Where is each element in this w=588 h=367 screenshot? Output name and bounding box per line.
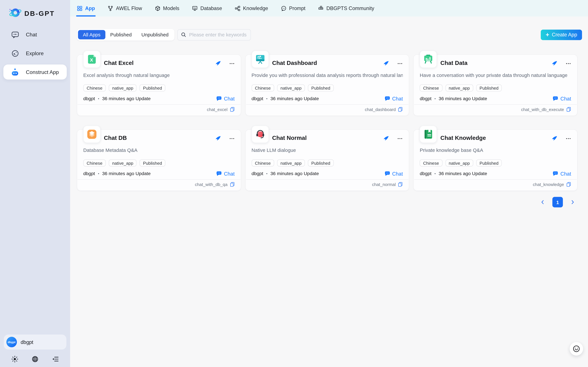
excel-app-icon: X	[83, 50, 100, 68]
sidebar-item-label: Construct App	[26, 69, 59, 75]
chat-link-label: Chat	[392, 171, 403, 176]
tab-database[interactable]: SQL Database	[192, 0, 222, 17]
more-options-button[interactable]	[397, 136, 403, 141]
app-owner: dbgpt	[83, 171, 95, 176]
divider	[246, 179, 408, 180]
tag-pill: native_app	[445, 84, 473, 92]
share-dingtalk-icon[interactable]	[383, 61, 389, 66]
sun-theme-icon[interactable]	[11, 355, 18, 363]
tab-prompt[interactable]: Prompt	[281, 0, 305, 17]
more-options-button[interactable]	[229, 61, 234, 66]
search-icon	[181, 32, 186, 37]
chat-bubble-blue-icon	[553, 96, 559, 102]
sidebar-nav: Chat Explore	[0, 27, 70, 80]
feedback-button[interactable]	[570, 342, 583, 355]
sidebar-footer	[11, 355, 59, 363]
chat-link[interactable]: Chat	[384, 96, 403, 102]
filter-all-apps[interactable]: All Apps	[78, 30, 105, 39]
normal-app-icon	[251, 126, 269, 143]
chat-link[interactable]: Chat	[553, 96, 571, 102]
copy-icon[interactable]	[398, 182, 403, 187]
sitemap-icon	[235, 5, 240, 11]
copy-icon[interactable]	[230, 182, 235, 187]
more-options-button[interactable]	[397, 61, 403, 66]
app-card[interactable]: Chat Normal Native LLM dialogue Chinesen…	[245, 129, 409, 191]
app-owner: dbgpt	[251, 96, 263, 101]
sidebar-item-construct-app[interactable]: Construct App	[3, 65, 67, 80]
app-updated: 36 minutes ago Update	[102, 96, 150, 101]
filter-unpublished[interactable]: Unpublished	[137, 30, 174, 39]
chat-link[interactable]: Chat	[216, 171, 235, 176]
tag-pill: native_app	[109, 159, 137, 167]
smiley-icon	[573, 345, 580, 353]
card-actions	[552, 61, 571, 66]
copy-icon[interactable]	[230, 107, 235, 112]
scene-name: chat_dashboard	[365, 107, 396, 111]
prev-page-button[interactable]	[538, 197, 547, 207]
blocks-icon	[318, 5, 324, 11]
copy-icon[interactable]	[398, 107, 403, 112]
top-navigation: App AWEL Flow Models SQL Database	[70, 0, 588, 17]
app-card[interactable]: X Chat Excel Excel analysis through natu…	[77, 54, 241, 116]
app-card[interactable]: Chat DB Database Metadata Q&A Chinesenat…	[77, 129, 241, 191]
share-dingtalk-icon[interactable]	[215, 61, 221, 66]
card-actions	[215, 136, 234, 141]
app-title: Chat Knowledge	[440, 134, 486, 141]
chat-link-label: Chat	[561, 96, 571, 101]
tab-awel-flow[interactable]: AWEL Flow	[108, 0, 142, 17]
separator-dot: •	[266, 97, 267, 100]
sidebar-item-chat[interactable]: Chat	[3, 27, 67, 42]
card-tags: Chinesenative_appPublished	[420, 159, 502, 167]
card-footer: chat_with_db_qa	[195, 182, 234, 187]
tag-pill: Published	[476, 84, 502, 92]
more-options-button[interactable]	[565, 61, 571, 66]
sidebar-item-explore[interactable]: Explore	[3, 46, 67, 61]
separator-dot: •	[98, 97, 99, 100]
app-card[interactable]: Chat Knowledge Private knowledge base Q&…	[414, 129, 578, 191]
app-description: Private knowledge base Q&A	[420, 147, 571, 153]
separator-dot: •	[434, 97, 436, 100]
next-page-button[interactable]	[568, 197, 578, 207]
dashboard-app-icon	[251, 50, 269, 68]
app-card[interactable]: Chat Dashboard Provide you with professi…	[245, 54, 409, 116]
copy-icon[interactable]	[566, 182, 571, 187]
create-app-button[interactable]: + Create App	[541, 29, 582, 40]
page-1-button[interactable]: 1	[552, 197, 563, 207]
separator-dot: •	[434, 172, 436, 175]
tab-label: Database	[200, 5, 222, 11]
tab-knowledge[interactable]: Knowledge	[235, 0, 268, 17]
collapse-sidebar-icon[interactable]	[52, 355, 59, 363]
share-dingtalk-icon[interactable]	[552, 61, 557, 66]
tag-pill: Published	[308, 84, 334, 92]
tab-app[interactable]: App	[77, 0, 95, 17]
tab-dbgpts-community[interactable]: DBGPTS Community	[318, 0, 374, 17]
copy-icon[interactable]	[566, 107, 571, 112]
app-updated: 36 minutes ago Update	[102, 171, 150, 176]
tab-label: Models	[163, 5, 179, 11]
user-profile[interactable]: dbgpt dbgpt	[4, 334, 66, 350]
divider	[78, 179, 240, 180]
app-title: Chat Dashboard	[272, 60, 317, 66]
globe-language-icon[interactable]	[32, 355, 39, 363]
avatar: dbgpt	[6, 337, 17, 347]
chat-link[interactable]: Chat	[384, 171, 403, 176]
share-dingtalk-icon[interactable]	[215, 136, 221, 141]
brand-name: DB-GPT	[24, 9, 55, 17]
chat-link[interactable]: Chat	[553, 171, 571, 176]
more-options-button[interactable]	[565, 136, 571, 141]
more-options-button[interactable]	[229, 136, 234, 141]
app-card[interactable]: Chat Data Have a conversation with your …	[414, 54, 578, 116]
card-meta: dbgpt • 36 minutes ago Update Chat	[83, 171, 234, 176]
share-dingtalk-icon[interactable]	[552, 136, 557, 141]
chat-bubble-blue-icon	[384, 96, 390, 102]
share-dingtalk-icon[interactable]	[383, 136, 389, 141]
sql-monitor-icon: SQL	[192, 5, 198, 11]
tab-label: DBGPTS Community	[326, 5, 374, 11]
chat-link-label: Chat	[561, 171, 571, 176]
tab-models[interactable]: Models	[155, 0, 179, 17]
card-tags: Chinesenative_appPublished	[83, 84, 165, 92]
search-input[interactable]	[188, 32, 247, 38]
filter-published[interactable]: Published	[105, 30, 137, 39]
chat-link[interactable]: Chat	[216, 96, 235, 102]
tag-pill: native_app	[109, 84, 137, 92]
